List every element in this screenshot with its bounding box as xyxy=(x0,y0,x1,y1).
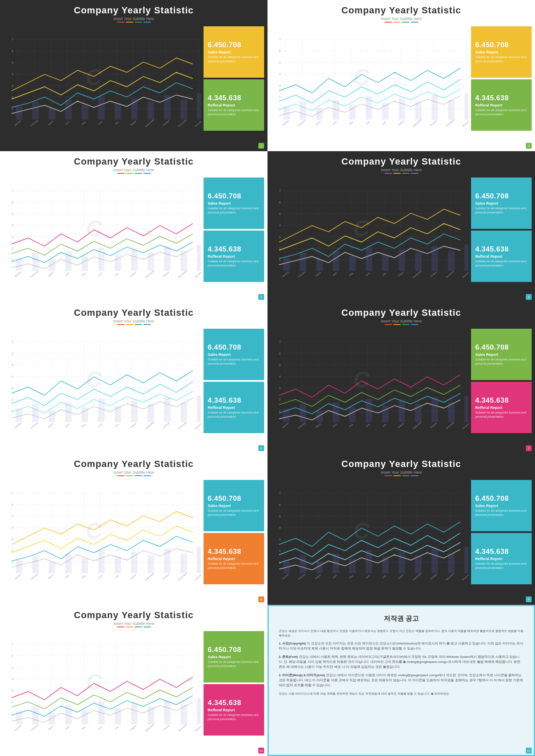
stat-box-1: 6.450.708 Sales Report Suitable for all … xyxy=(471,26,532,78)
svg-rect-202 xyxy=(464,244,469,271)
stat-number-1: 6.450.708 xyxy=(208,41,260,49)
svg-text:6: 6 xyxy=(12,503,13,506)
svg-rect-457 xyxy=(197,698,201,724)
slide-number: 2 xyxy=(258,143,264,149)
svg-text:April: April xyxy=(332,574,337,579)
svg-text:7: 7 xyxy=(12,340,13,343)
svg-text:3: 3 xyxy=(12,689,13,692)
svg-text:October: October xyxy=(162,271,170,278)
svg-text:October: October xyxy=(430,422,438,429)
svg-rect-448 xyxy=(48,713,55,725)
svg-rect-92 xyxy=(333,100,339,119)
svg-text:July: July xyxy=(382,574,386,579)
slide-header: Company Yearly Statistic Insert Your Sub… xyxy=(0,302,268,327)
slide-body: 7654321JanuaryFebruaryMarchAprilMayJuneJ… xyxy=(0,24,268,133)
slide-body: 7654321JanuaryFebruaryMarchAprilMayJuneJ… xyxy=(0,478,268,586)
stat-box-2: 4.345.638 Refferal Report Suitable for a… xyxy=(204,533,264,584)
svg-rect-354 xyxy=(181,553,187,573)
stat-number-1: 6.450.708 xyxy=(475,41,527,49)
svg-text:February: February xyxy=(298,119,306,127)
dot-green xyxy=(135,324,142,325)
slide-header: Company Yearly Statistic Insert Your Sub… xyxy=(0,0,268,24)
svg-rect-345 xyxy=(32,555,39,573)
svg-text:March: March xyxy=(48,422,54,428)
stat-desc-2: Suitable for all categories business and… xyxy=(475,411,527,418)
svg-text:August: August xyxy=(130,724,137,731)
stat-desc-1: Suitable for all categories business and… xyxy=(475,206,527,214)
svg-text:C: C xyxy=(353,367,370,392)
svg-rect-141 xyxy=(32,253,39,271)
stat-box-2: 4.345.638 Refferal Report Suitable for a… xyxy=(204,79,264,131)
slide-body: 7654321JanuaryFebruaryMarchAprilMayJuneJ… xyxy=(0,629,268,738)
svg-rect-406 xyxy=(464,547,469,573)
svg-text:December: December xyxy=(462,119,469,127)
svg-text:January: January xyxy=(14,422,22,429)
svg-text:July: July xyxy=(114,272,119,277)
copyright-footer: 건강소 사용 비라이선스에 따른 파일 제목을 위반하면 재능이 있는 저작권법… xyxy=(279,691,524,696)
svg-text:December: December xyxy=(462,270,469,279)
stat-box-1: 6.450.708 Sales Report Suitable for all … xyxy=(471,178,532,229)
svg-text:March: March xyxy=(48,271,54,277)
svg-text:March: March xyxy=(48,725,54,731)
svg-rect-403 xyxy=(415,555,422,573)
svg-rect-404 xyxy=(431,548,438,573)
svg-rect-193 xyxy=(316,259,323,271)
svg-rect-351 xyxy=(131,552,138,573)
stat-box-2: 4.345.638 Refferal Report Suitable for a… xyxy=(471,231,532,282)
slide-title: Company Yearly Statistic xyxy=(268,156,535,167)
svg-text:June: June xyxy=(97,120,103,125)
svg-rect-197 xyxy=(382,254,389,271)
dot-blue xyxy=(143,475,151,476)
svg-text:February: February xyxy=(298,421,306,429)
svg-text:2: 2 xyxy=(12,398,13,401)
slides-grid: Company Yearly Statistic Insert Your Sub… xyxy=(0,0,535,756)
svg-rect-43 xyxy=(98,96,105,119)
svg-rect-98 xyxy=(431,95,438,119)
dot-red xyxy=(385,22,392,23)
stat-number-1: 6.450.708 xyxy=(208,192,260,200)
stat-box-2: 4.345.638 Refferal Report Suitable for a… xyxy=(471,533,532,584)
svg-text:C: C xyxy=(86,216,102,241)
svg-rect-38 xyxy=(16,107,23,120)
svg-text:March: March xyxy=(315,422,321,428)
stat-title-1: Sales Report xyxy=(208,201,260,205)
svg-rect-296 xyxy=(333,402,339,422)
svg-text:C: C xyxy=(86,518,102,543)
slide-header: Company Yearly Statistic Insert Your Sub… xyxy=(268,151,535,175)
svg-rect-304 xyxy=(464,396,469,422)
stat-title-2: Refferal Report xyxy=(475,557,527,561)
svg-text:May: May xyxy=(81,121,86,125)
svg-text:7: 7 xyxy=(12,38,13,41)
svg-rect-450 xyxy=(82,710,88,724)
slide-title: Company Yearly Statistic xyxy=(268,5,535,16)
svg-rect-191 xyxy=(283,258,290,271)
slide-header: Company Yearly Statistic Insert Your Sub… xyxy=(0,454,268,478)
svg-text:March: March xyxy=(48,573,54,579)
svg-text:5: 5 xyxy=(279,515,281,518)
slide-title: Company Yearly Statistic xyxy=(0,307,268,318)
svg-text:7: 7 xyxy=(279,340,281,343)
svg-text:August: August xyxy=(397,271,404,277)
svg-text:April: April xyxy=(332,121,337,126)
chart-area: 7654321JanuaryFebruaryMarchAprilMayJuneJ… xyxy=(271,26,469,131)
copyright-number: 11 xyxy=(526,748,532,753)
svg-rect-89 xyxy=(283,107,290,120)
svg-rect-454 xyxy=(148,706,154,724)
svg-text:6: 6 xyxy=(12,201,13,204)
subtitle-text: Insert Your Subtitle Here xyxy=(113,622,154,626)
dot-green xyxy=(135,173,142,174)
slide-number: 4 xyxy=(258,294,264,300)
svg-text:5: 5 xyxy=(12,364,13,367)
stat-title-1: Sales Report xyxy=(208,655,260,659)
stat-desc-1: Suitable for all categories business and… xyxy=(475,358,527,365)
stat-box-1: 6.450.708 Sales Report Suitable for all … xyxy=(204,631,264,682)
svg-text:June: June xyxy=(97,271,103,277)
svg-text:December: December xyxy=(194,421,201,430)
stat-desc-1: Suitable for all categories business and… xyxy=(475,509,527,516)
svg-text:C: C xyxy=(353,518,370,543)
svg-text:December: December xyxy=(194,270,201,279)
svg-text:January: January xyxy=(14,724,22,731)
svg-text:May: May xyxy=(81,423,86,428)
svg-text:October: October xyxy=(162,119,170,127)
svg-text:October: October xyxy=(430,573,438,580)
